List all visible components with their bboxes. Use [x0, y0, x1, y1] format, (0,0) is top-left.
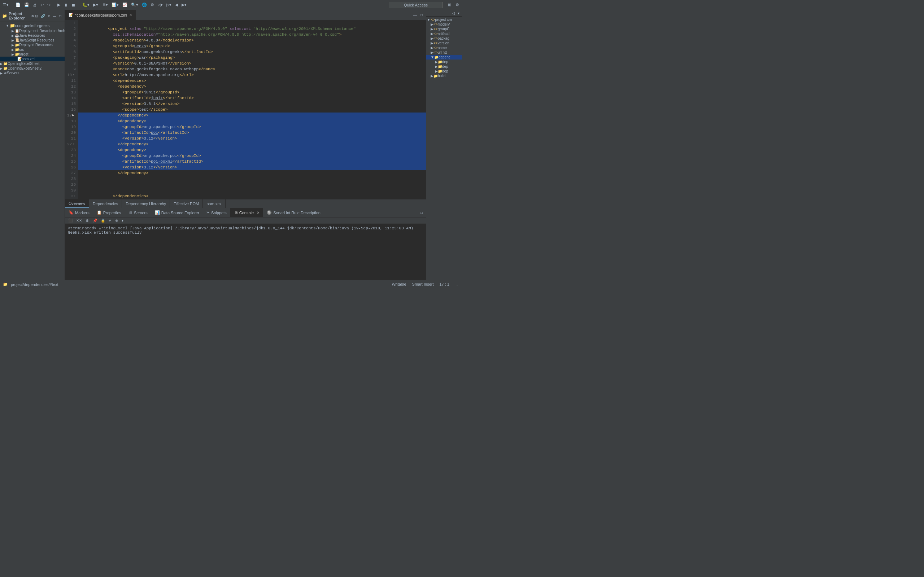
deployment-icon: 📋 [15, 29, 19, 33]
servers-tab[interactable]: 🖥 Servers [125, 208, 151, 218]
properties-tab[interactable]: 📋 Properties [93, 208, 125, 218]
more-options[interactable]: ⋮ [455, 282, 459, 287]
tree-item-java-resources[interactable]: ▶ ☕ Java Resources [0, 33, 65, 38]
tree-item-pom-xml[interactable]: 📝 pom.xml [0, 56, 65, 61]
search-btn[interactable]: 🔍▾ [129, 2, 140, 8]
pom-tab-hierarchy[interactable]: Dependency Hierarchy [122, 200, 170, 208]
tree-item-excel2[interactable]: ▶ 📁 OpeningExcelSheet2 [0, 66, 65, 71]
properties-icon: 📋 [97, 210, 102, 215]
globe-button[interactable]: 🌐 [141, 2, 149, 8]
console-tab[interactable]: 🖥 Console ✕ [230, 208, 263, 218]
coverage-button[interactable]: 📈 [121, 2, 129, 8]
right-tree-artifact[interactable]: ▶ <> artifactI [426, 31, 462, 36]
pom-tab-xml[interactable]: pom.xml [203, 200, 226, 208]
main-layout: 📁 Project Explorer ✕ ⊟ 🔗 ▾ — □ ▼ 📁 com.g… [0, 10, 462, 280]
view-menu-btn[interactable]: ▾ [47, 14, 51, 18]
nav-back[interactable]: ◀ [174, 2, 179, 8]
snippets-tab[interactable]: ✂ Snippets [203, 208, 230, 218]
pom-tab-effective[interactable]: Effective POM [170, 200, 203, 208]
right-tree-dep3[interactable]: ▶ 📁 dep [426, 69, 462, 74]
right-tree-name[interactable]: ▶ <> name [426, 45, 462, 50]
tree-item-src[interactable]: ▶ 📁 src [0, 47, 65, 52]
tree-item-servers[interactable]: ▶ 🖥 Servers [0, 71, 65, 76]
console-stop-btn[interactable]: ⬛ [67, 218, 74, 223]
code-editor[interactable]: 1 2 3 4 5 6 7 8 9 10▾ 11 12 13 14 15 16 [65, 20, 426, 208]
console-tab-close[interactable]: ✕ [257, 211, 260, 214]
link-editor-btn[interactable]: 🔗 [40, 14, 46, 18]
console-new-btn[interactable]: ⊕ [114, 218, 119, 223]
project-icon-status: 📁 [3, 282, 8, 287]
markers-tab[interactable]: 🔖 Markers [65, 208, 93, 218]
insert-mode: Smart Insert [412, 282, 434, 287]
editor-maximize-btn[interactable]: □ [419, 13, 424, 17]
perspectives-button[interactable]: ⊞ [446, 2, 452, 8]
sonarlint-icon: 🔘 [267, 210, 272, 215]
tree-item-excel1[interactable]: ▶ 📁 OpeningExcelSheet [0, 61, 65, 66]
print-button[interactable]: 🖨 [31, 2, 38, 8]
editor-tab-pom[interactable]: 📝 *com.geeksforgeeks/pom.xml ✕ [65, 10, 136, 20]
redo-button[interactable]: ↪ [46, 2, 52, 8]
tree-root-item[interactable]: ▼ 📁 com.geeksforgeeks [0, 23, 65, 29]
right-tree-group[interactable]: ▶ <> groupC [426, 27, 462, 31]
console-terminate-btn[interactable]: ✕✕ [75, 218, 83, 223]
right-build-label: build [438, 74, 446, 78]
maximize-panel-btn[interactable]: □ [58, 14, 63, 18]
pom-tab-overview[interactable]: Overview [65, 200, 89, 208]
pause-button[interactable]: ⏸ [63, 2, 69, 8]
nav-next[interactable]: ▷▾ [165, 2, 173, 8]
console-word-wrap[interactable]: ↵ [108, 218, 113, 223]
nav-forward[interactable]: ▶▾ [180, 2, 188, 8]
tree-item-deployment[interactable]: ▶ 📋 Deployment Descriptor: Archetype Cre… [0, 29, 65, 33]
run-button[interactable]: ▶ [56, 2, 62, 8]
editor-minimize-btn[interactable]: — [412, 13, 418, 17]
right-panel-btn1[interactable]: ◁ [451, 11, 456, 16]
stop-button[interactable]: ⏹ [70, 2, 77, 8]
debug-button[interactable]: 🐛▾ [81, 2, 91, 8]
servers-label: Servers [134, 211, 148, 215]
right-panel-btn2[interactable]: ▾ [457, 11, 460, 16]
right-tree-url[interactable]: ▶ <> url htt [426, 50, 462, 55]
right-tree-version[interactable]: ▶ <> version [426, 41, 462, 45]
right-outline-tree: ▼ <> project xm ▶ <> modelV ▶ <> groupC … [426, 16, 462, 280]
bottom-minimize-btn[interactable]: — [412, 210, 418, 215]
console-clear-btn[interactable]: 🗑 [84, 218, 90, 223]
extra-button[interactable]: ⚙ [149, 2, 155, 8]
console-toolbar: ⬛ ✕✕ 🗑 📌 🔒 ↵ ⊕ ▾ [65, 218, 426, 224]
target-icon: 📁 [15, 52, 19, 56]
new-button[interactable]: 📄 [14, 2, 22, 8]
tree-item-js-resources[interactable]: ▶ 📜 JavaScript Resources [0, 38, 65, 43]
code-lines[interactable]: <project xmlns="http://maven.apache.org/… [78, 20, 426, 199]
right-tree-dep2[interactable]: ▶ 📁 dep [426, 64, 462, 69]
console-icon: 🖥 [234, 211, 238, 215]
quick-access-input[interactable]: Quick Access [389, 2, 443, 8]
settings-button[interactable]: ⚙ [454, 2, 460, 8]
tab-close-btn[interactable]: ✕ [129, 13, 132, 17]
console-pin-btn[interactable]: 📌 [92, 218, 98, 223]
close-icon[interactable]: ✕ [31, 14, 34, 18]
tree-item-target[interactable]: ▶ 📁 target [0, 52, 65, 56]
bottom-maximize-btn[interactable]: □ [419, 210, 424, 215]
right-tree-project[interactable]: ▼ <> project xm [426, 17, 462, 22]
data-source-tab[interactable]: 📊 Data Source Explorer [151, 208, 203, 218]
right-tree-model[interactable]: ▶ <> modelV [426, 22, 462, 27]
pom-tab-dependencies[interactable]: Dependencies [89, 200, 122, 208]
collapse-all-btn[interactable]: ⊟ [34, 14, 39, 18]
right-tree-packaging[interactable]: ▶ <> packag [426, 36, 462, 41]
server-button[interactable]: 🖥▾ [100, 2, 109, 8]
console-more-btn[interactable]: ▾ [121, 218, 124, 223]
menu-button[interactable]: ☰▾ [2, 2, 10, 8]
right-tree-dependencies[interactable]: ▼ 📁 depenc [426, 55, 462, 60]
right-tree-build[interactable]: ▶ 📁 build [426, 74, 462, 78]
save-button[interactable]: 💾 [23, 2, 31, 8]
profile-button[interactable]: 📊▾ [110, 2, 120, 8]
console-scroll-lock[interactable]: 🔒 [100, 218, 106, 223]
ln-27: 27 [67, 170, 76, 176]
sonarlint-tab[interactable]: 🔘 SonarLint Rule Description [263, 208, 324, 218]
project-explorer-panel: 📁 Project Explorer ✕ ⊟ 🔗 ▾ — □ ▼ 📁 com.g… [0, 10, 65, 280]
right-tree-dep1[interactable]: ▶ 📁 dep [426, 60, 462, 64]
tree-item-deployed-resources[interactable]: ▶ 📁 Deployed Resources [0, 43, 65, 47]
minimize-panel-btn[interactable]: — [52, 14, 57, 18]
run-config-button[interactable]: ▶▾ [92, 2, 100, 8]
undo-button[interactable]: ↩ [39, 2, 45, 8]
nav-prev[interactable]: ◁▾ [156, 2, 164, 8]
